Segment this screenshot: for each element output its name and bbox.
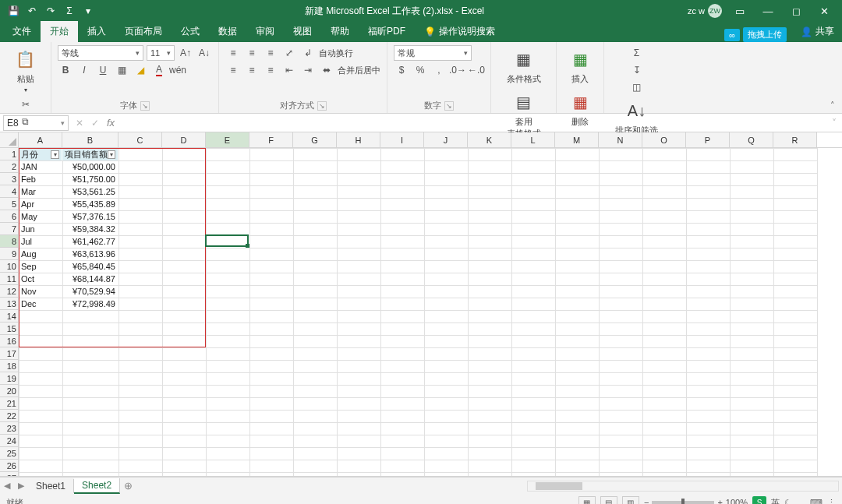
column-header-I[interactable]: I <box>380 132 424 147</box>
wrap-text-button[interactable]: ↲ <box>300 45 316 61</box>
minimize-icon[interactable]: — <box>756 2 780 19</box>
underline-icon[interactable]: U <box>95 62 111 78</box>
row-header-10[interactable]: 10 <box>0 260 19 273</box>
column-header-J[interactable]: J <box>424 132 468 147</box>
tab-page-layout[interactable]: 页面布局 <box>115 21 172 42</box>
fill-icon[interactable]: ↧ <box>629 62 645 78</box>
tab-home[interactable]: 开始 <box>41 21 78 42</box>
cancel-icon[interactable]: ✕ <box>72 115 87 131</box>
italic-icon[interactable]: I <box>76 62 92 78</box>
clear-icon[interactable]: ◫ <box>629 79 645 95</box>
horizontal-scrollbar[interactable] <box>136 481 842 492</box>
ime-comma-icon[interactable]: ， <box>797 497 805 505</box>
normal-view-icon[interactable]: ▦ <box>578 496 596 504</box>
row-header-12[interactable]: 12 <box>0 285 19 298</box>
fill-handle[interactable] <box>246 244 249 248</box>
insert-cells-button[interactable]: ▦插入 <box>563 45 597 86</box>
formula-input[interactable] <box>119 115 826 131</box>
row-header-26[interactable]: 26 <box>0 460 19 472</box>
tab-data[interactable]: 数据 <box>209 21 246 42</box>
close-icon[interactable]: ✕ <box>812 2 836 19</box>
zoom-out-icon[interactable]: − <box>644 498 649 504</box>
column-header-H[interactable]: H <box>337 132 380 147</box>
cloud-upload-area[interactable]: ∞ 拖拽上传 <box>724 27 787 42</box>
row-header-16[interactable]: 16 <box>0 335 19 347</box>
column-header-G[interactable]: G <box>293 132 337 147</box>
tab-review[interactable]: 审阅 <box>246 21 284 42</box>
currency-icon[interactable]: $ <box>394 62 409 78</box>
redo-icon[interactable]: ↷ <box>42 2 59 19</box>
tab-insert[interactable]: 插入 <box>78 21 115 42</box>
share-button[interactable]: 👤 共享 <box>793 21 842 42</box>
scrollbar-thumb[interactable] <box>536 482 582 490</box>
ime-moon-icon[interactable]: ☾ <box>784 498 792 505</box>
zoom-slider[interactable] <box>652 501 714 504</box>
align-left-icon[interactable]: ≡ <box>225 62 241 78</box>
row-header-9[interactable]: 9 <box>0 248 19 260</box>
align-center-icon[interactable]: ≡ <box>244 62 260 78</box>
paste-button[interactable]: 📋 粘贴 ▾ <box>9 45 43 95</box>
font-name-combo[interactable]: 等线▾ <box>58 45 143 61</box>
conditional-format-button[interactable]: ▦条件格式 <box>502 45 546 86</box>
row-header-11[interactable]: 11 <box>0 273 19 285</box>
column-header-F[interactable]: F <box>249 132 293 147</box>
align-top-icon[interactable]: ≡ <box>225 45 241 61</box>
page-layout-view-icon[interactable]: ▤ <box>600 496 617 504</box>
zoom-in-icon[interactable]: + <box>717 498 722 504</box>
row-header-22[interactable]: 22 <box>0 410 19 422</box>
ime-lang[interactable]: 英 <box>771 497 780 505</box>
cut-icon[interactable]: ✂ <box>18 97 34 112</box>
row-header-2[interactable]: 2 <box>0 160 19 173</box>
collapse-ribbon-icon[interactable]: ˄ <box>826 99 839 111</box>
align-right-icon[interactable]: ≡ <box>263 62 278 78</box>
decrease-font-icon[interactable]: A↓ <box>196 45 212 61</box>
font-size-combo[interactable]: 11▾ <box>147 45 175 61</box>
font-color-icon[interactable]: A <box>151 62 167 78</box>
phonetic-icon[interactable]: wén <box>170 62 186 78</box>
orientation-icon[interactable]: ⤢ <box>281 45 297 61</box>
ime-keyboard-icon[interactable]: ⌨ <box>810 498 823 505</box>
sheet-nav-next-icon[interactable]: ▶ <box>14 479 28 493</box>
column-header-R[interactable]: R <box>773 132 817 147</box>
column-header-K[interactable]: K <box>468 132 511 147</box>
column-header-Q[interactable]: Q <box>730 132 773 147</box>
enter-icon[interactable]: ✓ <box>87 115 103 131</box>
row-header-18[interactable]: 18 <box>0 360 19 372</box>
tab-view[interactable]: 视图 <box>284 21 321 42</box>
column-header-N[interactable]: N <box>599 132 642 147</box>
column-header-C[interactable]: C <box>119 132 162 147</box>
row-header-21[interactable]: 21 <box>0 397 19 410</box>
fx-icon[interactable]: fx <box>103 115 119 131</box>
column-header-B[interactable]: B <box>62 132 119 147</box>
add-sheet-icon[interactable]: ⊕ <box>120 480 136 492</box>
align-bottom-icon[interactable]: ≡ <box>263 45 278 61</box>
number-format-combo[interactable]: 常规▾ <box>394 45 472 61</box>
sheet-nav-prev-icon[interactable]: ◀ <box>0 479 14 493</box>
column-header-P[interactable]: P <box>686 132 730 147</box>
tab-formulas[interactable]: 公式 <box>172 21 209 42</box>
row-header-6[interactable]: 6 <box>0 210 19 223</box>
column-header-D[interactable]: D <box>162 132 206 147</box>
row-header-14[interactable]: 14 <box>0 310 19 322</box>
row-header-19[interactable]: 19 <box>0 372 19 385</box>
increase-indent-icon[interactable]: ⇥ <box>300 62 316 78</box>
sheet-tab-sheet2[interactable]: Sheet2 <box>74 478 120 494</box>
row-header-8[interactable]: 8 <box>0 235 19 248</box>
fill-color-icon[interactable]: ◢ <box>133 62 148 78</box>
tab-file[interactable]: 文件 <box>3 21 41 42</box>
page-break-view-icon[interactable]: ▥ <box>622 496 639 504</box>
column-header-E[interactable]: E <box>206 132 249 147</box>
border-icon[interactable]: ▦ <box>114 62 129 78</box>
tell-me-search[interactable]: 💡 操作说明搜索 <box>415 21 504 42</box>
delete-cells-button[interactable]: ▦删除 <box>563 88 597 129</box>
percent-icon[interactable]: % <box>412 62 428 78</box>
ime-settings-icon[interactable]: ⋮ <box>827 498 836 505</box>
zoom-control[interactable]: − + 100% <box>644 498 748 504</box>
dialog-launcher-icon[interactable]: ↘ <box>444 101 454 111</box>
decrease-indent-icon[interactable]: ⇤ <box>281 62 297 78</box>
sheet-tab-sheet1[interactable]: Sheet1 <box>28 479 74 493</box>
ime-logo-icon[interactable]: S <box>752 496 766 504</box>
increase-decimal-icon[interactable]: .0→ <box>450 62 465 78</box>
dialog-launcher-icon[interactable]: ↘ <box>140 101 150 111</box>
row-header-4[interactable]: 4 <box>0 185 19 198</box>
